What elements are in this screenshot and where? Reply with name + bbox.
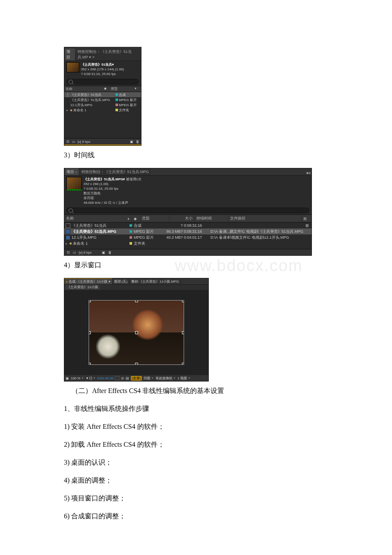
footage-frame[interactable] [89, 300, 184, 365]
asset-row[interactable]: 《士兵突击》51当兵 合成 ? 0:08:31:16 ⊞ [64, 223, 311, 228]
resolution-dropdown[interactable]: ▼日 [86, 376, 96, 381]
label-swatch [115, 104, 118, 106]
asset-row[interactable]: 《士兵突击》51当兵.MPG MPEG 影片 86.3 MB ? 0:08:31… [64, 228, 311, 234]
layer-tab[interactable]: 图层:(无) [112, 279, 130, 284]
col-extra-icon[interactable]: ▾ [133, 86, 141, 92]
asset-row[interactable]: 《士兵突击》51当兵.MPG MPEG 影片 [64, 97, 141, 102]
step-4: 4) 桌面的调整； [64, 475, 328, 486]
transform-handle[interactable] [135, 363, 138, 365]
asset-dimensions: 352 x 288 (176 x 144) (1.00) [81, 67, 124, 72]
comp-tab[interactable]: ▸ 合成:《士兵突击》11小孩 ▾ [64, 278, 112, 284]
transform-handle[interactable] [135, 300, 138, 302]
project-search-input[interactable] [66, 79, 139, 84]
flowchart-btn-icon[interactable]: ⊞ [306, 223, 311, 228]
col-label-icon[interactable]: ◆ [103, 86, 110, 92]
asset-name: 《士兵突击》51当兵.MPG [70, 98, 115, 102]
project-tab[interactable]: 项目 [64, 48, 75, 61]
current-timecode[interactable]: 0:01:42:20 [98, 376, 114, 380]
new-folder-icon[interactable]: ▭ [72, 139, 76, 144]
step-6: 6) 合成窗口的调整； [64, 511, 328, 521]
new-comp-icon[interactable]: ▣ [101, 250, 106, 254]
asset-type: MPEG 影片 [134, 229, 159, 234]
col-size[interactable]: 大小 [170, 215, 195, 222]
asset-row[interactable]: ■ 未命名 1 文件夹 [64, 107, 141, 113]
asset-used-count: 被使用1次 [125, 177, 141, 181]
project-tab[interactable]: 项目 × [64, 168, 79, 175]
zoom-dropdown[interactable]: 100 % [71, 376, 84, 380]
channel-icon[interactable]: ▤ [126, 376, 129, 380]
expand-arrow-icon[interactable] [66, 241, 68, 246]
auto-resolution-pill[interactable]: (全屏) [131, 376, 141, 381]
search-icon [69, 208, 73, 213]
new-folder-icon[interactable]: ▭ [72, 250, 77, 254]
bpc-label[interactable]: [v] 8 bpc [79, 251, 92, 254]
col-flowchart-icon[interactable]: ⊞ [302, 215, 311, 222]
asset-row[interactable]: ■未命名 1 文件夹 [64, 240, 311, 246]
asset-row[interactable]: 12.1开头.MPG MPEG 影片 [64, 102, 141, 107]
panel-menu-icon[interactable]: ▾≡ [306, 171, 311, 175]
sort-asc-icon: ▲ [127, 217, 130, 220]
project-panel-small: ▶ ✋ 🔍 ↻ ⊞ ✎ T ◆ ✒ ✦ 项目 特效控制台：《士兵突击》51当兵.… [64, 47, 141, 146]
interpret-footage-icon[interactable]: ⊡ [66, 139, 70, 144]
new-comp-icon[interactable]: ▣ [130, 139, 134, 144]
transform-handle[interactable] [89, 300, 91, 302]
col-type[interactable]: 类型 [110, 86, 133, 92]
asset-path: D:\A 备课...频文件\C 电视剧\《士兵突击》51当兵.MPG [210, 229, 306, 234]
asset-row[interactable]: 《士兵突击》51当兵 合成 [64, 92, 141, 97]
asset-type: 文件夹 [119, 108, 140, 113]
expand-arrow-icon[interactable] [65, 108, 70, 112]
file-icon [67, 98, 68, 102]
panel-resize-handle[interactable] [64, 145, 141, 145]
asset-row[interactable]: 12.1开头.MPG MPEG 影片 40.2 MB ? 0:04:01:17 … [64, 234, 311, 240]
asset-type: 合成 [119, 92, 140, 97]
panel-tabs: 项目 × 特效控制台：《士兵突击》51当兵.MPG ▾≡ [64, 168, 311, 176]
trash-icon[interactable]: 🗑 [108, 250, 112, 254]
trash-icon[interactable]: 🗑 [135, 139, 140, 144]
col-duration[interactable]: 持续时间 [195, 215, 228, 222]
file-icon [67, 103, 68, 107]
caption-timeline: 3）时间线 [64, 150, 328, 160]
interpret-footage-icon[interactable]: ⊡ [66, 250, 70, 254]
col-path[interactable]: 文件路径 [228, 215, 302, 222]
effect-controls-tab[interactable]: 特效控制台：《士兵突击》51当兵.MP ▾ × [76, 48, 141, 61]
transform-handle[interactable] [89, 363, 91, 365]
col-label-icon[interactable]: ◆ [132, 215, 140, 222]
col-name[interactable]: 名称▲ [64, 215, 132, 222]
safe-zones-icon[interactable]: ▣ [66, 376, 69, 380]
mask-icon[interactable]: 回图 [144, 376, 154, 381]
transform-handle[interactable] [182, 300, 184, 302]
file-icon [66, 229, 70, 234]
asset-duration-fps: ? 0:08:31:16, 25.00 fps [84, 186, 141, 191]
effect-controls-tab[interactable]: 特效控制台：《士兵突击》51当兵.MPG [80, 168, 151, 175]
col-name[interactable]: 名称 [64, 86, 103, 92]
asset-info-text: 《士兵突击》51当兵▾ 352 x 288 (176 x 144) (1.00)… [81, 62, 124, 76]
asset-size: 86.3 MB [159, 229, 181, 234]
asset-audio: 48.000 kHz / 32 位 U / 立体声 [84, 200, 141, 205]
view-layout-dropdown[interactable]: 1 视图 [178, 376, 191, 381]
asset-type: 文件夹 [134, 241, 159, 246]
label-swatch [115, 93, 118, 96]
active-camera-dropdown[interactable]: 有效摄像机 [156, 376, 176, 381]
snapshot-icon[interactable]: ◎ [121, 376, 124, 380]
asset-name: 《士兵突击》51当兵.MPG [72, 229, 116, 234]
asset-dimensions: 352 x 288 (1.00) [84, 182, 141, 186]
footage-tab[interactable]: 素材:《士兵突击》11小孩.MPG [130, 279, 181, 284]
asset-info-block: 《士兵突击》51当兵.MPG▾ 被使用1次 352 x 288 (1.00) ?… [64, 176, 311, 206]
anchor-point-icon[interactable] [135, 331, 138, 334]
bpc-label[interactable]: [v] 8 bpc [78, 140, 90, 144]
transform-handle[interactable] [182, 331, 184, 334]
composition-viewport[interactable] [64, 290, 208, 375]
comp-subtab[interactable]: 《士兵突击》11小孩 [65, 285, 100, 290]
section-heading: （二）After Effects CS4 非线性编辑系统的基本设置 [64, 386, 328, 396]
label-swatch [130, 230, 132, 233]
project-search-input[interactable] [66, 208, 309, 213]
transform-handle[interactable] [89, 331, 91, 334]
label-swatch [115, 109, 118, 111]
project-asset-list: 《士兵突击》51当兵 合成 《士兵突击》51当兵.MPG MPEG 影片 12.… [64, 92, 141, 113]
asset-colors: 数百万颜色 [84, 191, 141, 196]
transform-handle[interactable] [182, 363, 184, 365]
asset-column-headers: 名称▲ ◆ 类型 大小 持续时间 文件路径 ⊞ [64, 214, 311, 223]
grid-toggle[interactable] [115, 376, 119, 380]
col-type[interactable]: 类型 [140, 215, 170, 222]
asset-name: 未命名 1 [73, 241, 88, 246]
